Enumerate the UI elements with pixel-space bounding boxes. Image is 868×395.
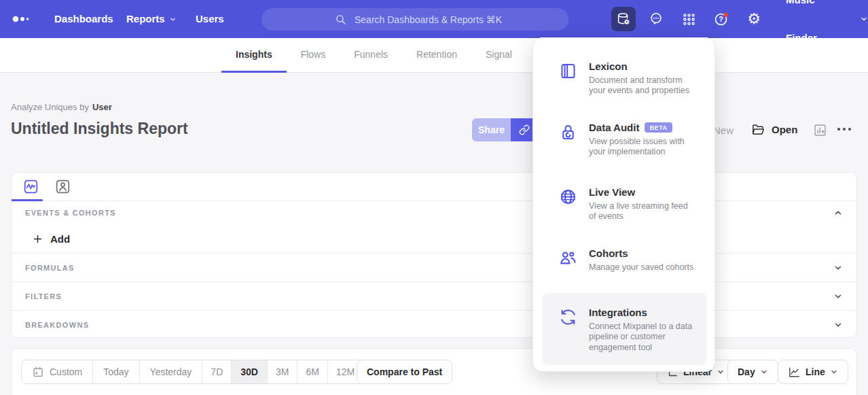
section-label: EVENTS & COHORTS: [25, 209, 116, 217]
share-button[interactable]: Share: [472, 118, 511, 141]
nav-label: Users: [196, 0, 224, 38]
report-title[interactable]: Untitled Insights Report: [11, 120, 188, 138]
tab-signal[interactable]: Signal: [471, 38, 526, 73]
chevron-down-icon: [760, 368, 768, 376]
range-3m[interactable]: 3M: [267, 360, 297, 383]
interval-dropdown[interactable]: Day: [727, 360, 778, 384]
link-icon: [519, 124, 530, 135]
menu-item-title: Live View: [589, 186, 635, 198]
data-audit-lock-icon: [559, 123, 577, 141]
range-7d[interactable]: 7D: [202, 360, 231, 383]
nav-item-reports[interactable]: Reports: [126, 0, 177, 38]
range-yesterday[interactable]: Yesterday: [139, 360, 202, 383]
menu-item-description: View possible issues with your implement…: [589, 137, 697, 158]
nav-label: Reports: [126, 0, 165, 38]
calendar-icon: [32, 366, 44, 378]
chart-type-dropdown[interactable]: Line: [778, 360, 848, 384]
chevron-down-icon[interactable]: [833, 263, 843, 273]
interval-label: Day: [738, 366, 755, 377]
chevron-down-icon: [860, 15, 868, 23]
subtitle-entity[interactable]: User: [92, 102, 112, 112]
question-mark-icon: ?: [713, 11, 730, 28]
report-subtitle: Analyze Uniques byUser: [11, 102, 112, 112]
ellipsis-icon: [836, 125, 852, 133]
chevron-down-icon: [717, 368, 725, 376]
section-label: FILTERS: [25, 292, 62, 300]
project-switcher[interactable]: Music Finder: [786, 0, 868, 38]
global-search[interactable]: [261, 8, 568, 31]
svg-text:?: ?: [719, 15, 723, 23]
menu-item-live-view[interactable]: Live View View a live streaming feed of …: [533, 186, 715, 222]
help-button[interactable]: ?: [709, 7, 734, 31]
add-event-button[interactable]: Add: [12, 224, 856, 253]
lexicon-book-icon: [559, 62, 577, 80]
range-label: Custom: [50, 366, 82, 377]
nav-item-users[interactable]: Users: [196, 0, 224, 38]
open-report-button[interactable]: Open: [751, 122, 797, 137]
chevron-down-icon[interactable]: [833, 292, 843, 301]
range-label: 12M: [336, 366, 355, 377]
tab-flows[interactable]: Flows: [287, 38, 340, 73]
section-label: BREAKDOWNS: [25, 321, 89, 329]
beta-badge: BETA: [645, 122, 672, 133]
range-label: 6M: [306, 366, 319, 377]
speech-bubble-icon: [649, 12, 664, 27]
data-management-button[interactable]: [611, 7, 636, 31]
menu-item-title: Data Audit: [589, 122, 639, 133]
settings-button[interactable]: ⚙: [742, 7, 766, 31]
chevron-down-icon: [169, 16, 177, 23]
section-events-cohorts[interactable]: EVENTS & COHORTS: [12, 201, 856, 224]
grid-dots-icon: [682, 12, 696, 27]
chart-type-label: Line: [806, 366, 825, 377]
open-label: Open: [772, 124, 797, 135]
tab-insights[interactable]: Insights: [221, 38, 287, 73]
tab-funnels[interactable]: Funnels: [340, 38, 402, 73]
active-tab-underline: [12, 199, 43, 201]
menu-item-description: Manage your saved cohorts: [589, 262, 697, 273]
range-label: 7D: [211, 366, 223, 377]
query-mode-tabs: [12, 173, 856, 201]
line-chart-icon: [788, 366, 801, 379]
menu-item-title: Integrations: [589, 307, 647, 318]
range-6m[interactable]: 6M: [297, 360, 327, 383]
menu-item-cohorts[interactable]: Cohorts Manage your saved cohorts: [533, 247, 715, 273]
more-options-button[interactable]: [836, 125, 852, 133]
app-window: Dashboards Reports Users: [0, 0, 868, 395]
range-30d[interactable]: 30D: [231, 360, 267, 383]
compare-label: Compare to Past: [367, 366, 442, 377]
live-view-globe-icon: [559, 188, 577, 206]
events-mode-tab[interactable]: [23, 179, 39, 194]
compare-to-past-button[interactable]: Compare to Past: [357, 360, 452, 384]
range-today[interactable]: Today: [92, 360, 139, 383]
feedback-button[interactable]: [644, 7, 668, 31]
add-to-board-button[interactable]: [813, 123, 827, 137]
search-input[interactable]: [261, 8, 568, 31]
menu-item-description: Document and transform your events and p…: [589, 75, 697, 97]
menu-item-title: Cohorts: [589, 247, 628, 259]
database-gear-icon: [616, 12, 631, 27]
section-label: FORMULAS: [25, 264, 75, 272]
add-label: Add: [50, 233, 70, 245]
apps-grid-button[interactable]: [676, 7, 701, 31]
section-filters[interactable]: FILTERS: [12, 281, 856, 310]
new-report-button[interactable]: New: [713, 124, 734, 136]
nav-label: Dashboards: [54, 0, 113, 38]
person-icon: [55, 179, 71, 194]
section-breakdowns[interactable]: BREAKDOWNS: [12, 310, 856, 339]
range-label: 30D: [240, 366, 258, 377]
plus-icon: [32, 233, 43, 245]
menu-item-integrations[interactable]: Integrations Connect Mixpanel to a data …: [533, 307, 715, 353]
mixpanel-logo-icon[interactable]: [12, 14, 33, 24]
chart-controls-card: Custom Today Yesterday 7D 30D 3M 6M 12M …: [11, 348, 857, 395]
report-tab-bar: Insights Flows Funnels Retention Signal …: [0, 38, 868, 73]
profiles-mode-tab[interactable]: [55, 179, 71, 194]
chevron-down-icon[interactable]: [833, 320, 843, 330]
tab-retention[interactable]: Retention: [402, 38, 471, 73]
menu-item-data-audit[interactable]: Data Audit BETA View possible issues wit…: [533, 122, 715, 158]
menu-item-lexicon[interactable]: Lexicon Document and transform your even…: [533, 61, 715, 97]
chevron-up-icon[interactable]: [833, 208, 843, 218]
range-custom[interactable]: Custom: [22, 360, 92, 383]
section-formulas[interactable]: FORMULAS: [12, 253, 856, 281]
nav-item-dashboards[interactable]: Dashboards: [54, 0, 113, 38]
board-plus-icon: [813, 123, 827, 137]
